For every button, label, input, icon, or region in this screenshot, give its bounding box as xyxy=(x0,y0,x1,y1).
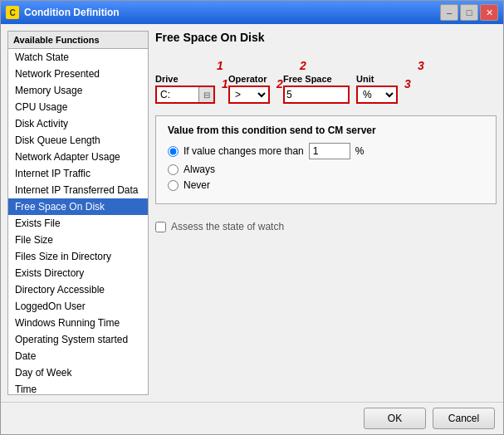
annotation-3: 3 xyxy=(404,77,411,90)
radio-always-label[interactable]: Always xyxy=(183,164,215,175)
freespace-label: Free Space xyxy=(283,74,350,84)
list-item[interactable]: Disk Activity xyxy=(8,115,148,132)
drive-browse-button[interactable]: ⊟ xyxy=(198,87,213,102)
operator-label: Operator xyxy=(228,74,270,84)
list-item[interactable]: Network Adapter Usage xyxy=(8,149,148,165)
assess-row: Assess the state of watch xyxy=(155,221,497,232)
bottom-bar: OK Cancel xyxy=(1,402,503,434)
list-item[interactable]: Files Size in Directory xyxy=(8,248,148,265)
drive-label: Drive xyxy=(155,74,215,84)
list-item[interactable]: Exists Directory xyxy=(8,265,148,281)
operator-select[interactable]: > < >= <= = != xyxy=(228,86,270,104)
annotation-2: 2 xyxy=(276,77,283,90)
radio-always[interactable] xyxy=(168,164,179,175)
maximize-button[interactable]: □ xyxy=(460,4,478,21)
annotation-1: 1 xyxy=(222,77,228,90)
cancel-button[interactable]: Cancel xyxy=(433,408,495,429)
drive-input-wrapper: ⊟ xyxy=(155,86,215,104)
radio-if[interactable] xyxy=(168,146,179,157)
drive-field-group: Drive ⊟ xyxy=(155,74,215,104)
content-area: Available Functions Watch StateNetwork P… xyxy=(1,24,503,402)
list-item[interactable]: CPU Usage xyxy=(8,99,148,115)
list-item[interactable]: Day of Week xyxy=(8,364,148,381)
list-item[interactable]: Date xyxy=(8,348,148,364)
list-item[interactable]: Watch State xyxy=(8,49,148,66)
unit-select[interactable]: % MB GB xyxy=(356,86,398,104)
freespace-input[interactable] xyxy=(283,86,350,104)
list-item[interactable]: Free Space On Disk xyxy=(8,198,148,215)
radio-never-row: Never xyxy=(168,179,484,191)
annotation-1-label: 1 xyxy=(217,59,223,72)
list-item[interactable]: Memory Usage xyxy=(8,82,148,99)
title-bar: C Condition Definition – □ ✕ xyxy=(1,1,503,24)
left-panel-header: Available Functions xyxy=(8,32,148,49)
assess-checkbox[interactable] xyxy=(155,222,166,232)
list-item[interactable]: LoggedOn User xyxy=(8,298,148,315)
list-item[interactable]: Windows Running Time xyxy=(8,315,148,331)
radio-if-label[interactable]: If value changes more than xyxy=(183,145,304,157)
cm-section-title: Value from this condition send to CM ser… xyxy=(168,125,484,136)
list-item[interactable]: Disk Queue Length xyxy=(8,132,148,149)
unit-field-group: Unit % MB GB xyxy=(356,74,398,104)
fields-header-row: Drive ⊟ 1 Operator > xyxy=(155,74,497,104)
minimize-button[interactable]: – xyxy=(440,4,458,21)
ok-button[interactable]: OK xyxy=(364,408,426,429)
operator-field-group: Operator > < >= <= = != xyxy=(228,74,270,104)
close-button[interactable]: ✕ xyxy=(480,4,498,21)
radio-if-unit: % xyxy=(355,145,365,157)
drive-input[interactable] xyxy=(157,87,198,102)
window-icon: C xyxy=(6,6,19,19)
list-item[interactable]: Directory Accessible xyxy=(8,281,148,298)
radio-always-row: Always xyxy=(168,164,484,175)
list-item[interactable]: Internet IP Transferred Data xyxy=(8,182,148,198)
list-item[interactable]: Internet IP Traffic xyxy=(8,165,148,182)
section-title: Free Space On Disk xyxy=(155,31,497,44)
radio-if-row: If value changes more than % xyxy=(168,143,484,159)
list-item[interactable]: Time xyxy=(8,381,148,394)
cm-section: Value from this condition send to CM ser… xyxy=(155,115,497,204)
window-title: Condition Definition xyxy=(24,7,435,18)
freespace-field-group: Free Space xyxy=(283,74,350,104)
title-bar-buttons: – □ ✕ xyxy=(440,4,498,21)
radio-never-label[interactable]: Never xyxy=(183,179,210,191)
list-item[interactable]: Network Presented xyxy=(8,66,148,82)
list-item[interactable]: Operating System started xyxy=(8,331,148,348)
radio-if-value-input[interactable] xyxy=(309,143,350,159)
main-window: C Condition Definition – □ ✕ Available F… xyxy=(0,0,504,435)
functions-list: Watch StateNetwork PresentedMemory Usage… xyxy=(8,49,148,394)
annotation-2-label: 2 xyxy=(300,59,306,72)
list-item[interactable]: Exists File xyxy=(8,215,148,232)
left-panel: Available Functions Watch StateNetwork P… xyxy=(7,31,149,395)
radio-never[interactable] xyxy=(168,180,179,191)
unit-label: Unit xyxy=(356,74,398,84)
annotation-3-label: 3 xyxy=(418,59,424,72)
right-panel: Free Space On Disk Drive ⊟ 1 xyxy=(155,31,497,395)
assess-label[interactable]: Assess the state of watch xyxy=(171,221,284,232)
list-item[interactable]: File Size xyxy=(8,232,148,248)
